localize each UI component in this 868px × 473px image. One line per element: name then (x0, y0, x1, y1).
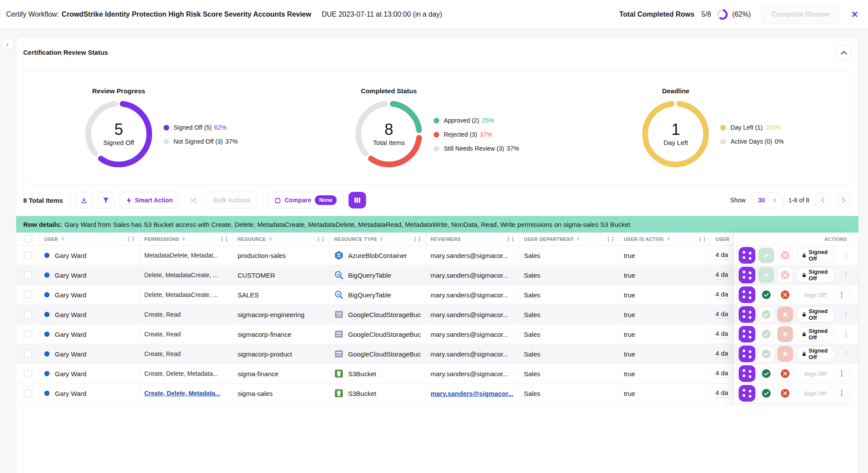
row-checkbox[interactable] (24, 251, 32, 259)
grid-dots-button[interactable] (739, 385, 755, 402)
approve-button[interactable] (758, 287, 774, 303)
reject-button[interactable] (777, 366, 793, 381)
approve-button[interactable] (758, 326, 774, 342)
approve-button[interactable] (758, 385, 774, 401)
drag-handle-icon[interactable]: ⋮⋮ (220, 236, 228, 242)
sign-off-button[interactable]: Sign Off (804, 390, 831, 397)
reject-button[interactable] (777, 346, 793, 362)
lock-icon (802, 272, 806, 278)
grid-dots-button[interactable] (739, 306, 755, 323)
drag-handle-icon[interactable]: ⋮⋮ (697, 236, 706, 242)
drag-handle-icon[interactable]: ⋮⋮ (413, 236, 421, 242)
approve-button[interactable] (758, 366, 774, 381)
row-checkbox[interactable] (24, 291, 32, 299)
table-row[interactable]: Gary Ward Create, Read sigmacorp-product… (16, 344, 858, 364)
column-settings-button[interactable] (349, 192, 366, 208)
table-row[interactable]: Gary Ward Delete, MetadataCreate, ... SA… (16, 285, 858, 305)
signed-off-pill[interactable]: Signed Off (796, 267, 835, 283)
column-header-reviewers[interactable]: REVIEWERS⋮⋮ (426, 233, 519, 245)
compare-button[interactable]: Compare None (268, 192, 343, 208)
select-all-checkbox[interactable] (24, 235, 32, 243)
table-row[interactable]: Gary Ward Create, Delete, Metadata... si… (16, 364, 858, 384)
bulk-actions-button[interactable]: Bulk Actions (206, 192, 257, 208)
signed-off-pill[interactable]: Signed Off (796, 346, 835, 362)
row-checkbox[interactable] (24, 271, 32, 279)
column-header-resource-type[interactable]: RESOURCE TYPE⋮⋮ (330, 233, 426, 245)
smart-action-button[interactable]: Smart Action (120, 192, 180, 208)
table-row[interactable]: Gary Ward Create, Read sigmacorp-finance… (16, 325, 858, 344)
reject-button[interactable] (777, 307, 793, 322)
row-checkbox[interactable] (24, 311, 32, 318)
sidebar-expand-button[interactable]: › (2, 39, 13, 50)
column-header-user-department[interactable]: USER DEPARTMENT⋮⋮ (519, 233, 619, 245)
column-header-user-is-active[interactable]: USER IS ACTIVE⋮⋮ (619, 233, 711, 245)
user-name: Gary Ward (55, 390, 86, 397)
column-header-permissions[interactable]: PERMISSIONS⋮⋮ (140, 233, 233, 245)
grid-dots-button[interactable] (739, 267, 755, 283)
user-name: Gary Ward (55, 350, 86, 358)
reject-button[interactable] (777, 385, 793, 401)
row-checkbox[interactable] (24, 389, 32, 397)
sort-icon[interactable] (380, 237, 383, 241)
prev-page-button[interactable] (815, 192, 830, 208)
sort-icon[interactable] (577, 237, 580, 241)
drag-handle-icon[interactable]: ⋮⋮ (126, 236, 135, 242)
row-menu-button[interactable]: ⋮ (838, 346, 854, 362)
sort-icon[interactable] (269, 237, 272, 241)
reject-button[interactable] (777, 326, 793, 342)
row-checkbox[interactable] (24, 370, 32, 378)
collapse-panel-button[interactable] (836, 45, 851, 60)
reject-button[interactable] (777, 287, 793, 303)
row-menu-button[interactable]: ⋮ (834, 385, 850, 401)
table-row[interactable]: Gary Ward MetadataDelete, Metadat... pro… (16, 246, 858, 265)
row-menu-button[interactable]: ⋮ (834, 287, 850, 303)
drag-handle-icon[interactable]: ⋮⋮ (316, 236, 325, 242)
download-button[interactable] (76, 192, 92, 208)
row-checkbox[interactable] (24, 350, 32, 358)
drag-handle-icon[interactable]: ⋮⋮ (506, 236, 515, 242)
lock-icon (802, 252, 806, 258)
reject-button[interactable] (777, 267, 793, 283)
sign-off-button[interactable]: Sign Off (804, 371, 831, 377)
grid-dots-button[interactable] (739, 346, 755, 362)
drag-handle-icon[interactable]: ⋮⋮ (606, 236, 615, 242)
x-circle-icon (780, 270, 790, 280)
approve-button[interactable] (758, 247, 774, 263)
sign-off-button[interactable]: Sign Off (804, 292, 831, 298)
grid-dots-button[interactable] (739, 247, 755, 264)
grid-dots-button[interactable] (739, 326, 755, 342)
sort-icon[interactable] (182, 237, 185, 241)
row-menu-button[interactable]: ⋮ (838, 307, 854, 322)
shuffle-icon[interactable] (185, 192, 201, 208)
signed-off-pill[interactable]: Signed Off (796, 326, 835, 342)
sort-icon[interactable] (667, 237, 670, 241)
table-row[interactable]: Gary Ward Create, Delete, Metadata... si… (16, 384, 858, 403)
approve-button[interactable] (758, 307, 774, 322)
column-header-resource[interactable]: RESOURCE⋮⋮ (233, 233, 330, 245)
filter-button[interactable] (98, 192, 114, 208)
permissions-cell[interactable]: Create, Delete, Metadata... (144, 390, 221, 397)
approve-button[interactable] (758, 267, 774, 283)
row-menu-button[interactable]: ⋮ (838, 326, 854, 342)
approve-button[interactable] (758, 346, 774, 362)
row-menu-button[interactable]: ⋮ (834, 366, 850, 381)
next-page-button[interactable] (836, 192, 851, 208)
user-extra-cell: 4 da (715, 310, 728, 319)
row-menu-button[interactable]: ⋮ (838, 267, 854, 283)
signed-off-pill[interactable]: Signed Off (796, 307, 835, 322)
filter-icon (103, 197, 109, 204)
reject-button[interactable] (777, 247, 793, 263)
grid-dots-button[interactable] (739, 286, 755, 303)
signed-off-pill[interactable]: Signed Off (796, 247, 835, 263)
row-menu-button[interactable]: ⋮ (838, 247, 854, 263)
close-icon[interactable]: ✕ (851, 9, 858, 20)
sort-icon[interactable] (61, 237, 64, 241)
reviewers-cell[interactable]: mary.sanders@sigmacor... (430, 390, 513, 397)
page-size-select[interactable]: 30 (751, 192, 783, 208)
table-row[interactable]: Gary Ward Create, Read sigmacorp-enginee… (16, 305, 858, 325)
grid-dots-button[interactable] (739, 365, 755, 382)
row-checkbox[interactable] (24, 330, 32, 338)
column-header-user[interactable]: USER⋮⋮ (40, 233, 140, 245)
complete-review-button[interactable]: Complete Review (761, 5, 840, 24)
table-row[interactable]: Gary Ward Delete, MetadataCreate, ... CU… (16, 265, 858, 285)
